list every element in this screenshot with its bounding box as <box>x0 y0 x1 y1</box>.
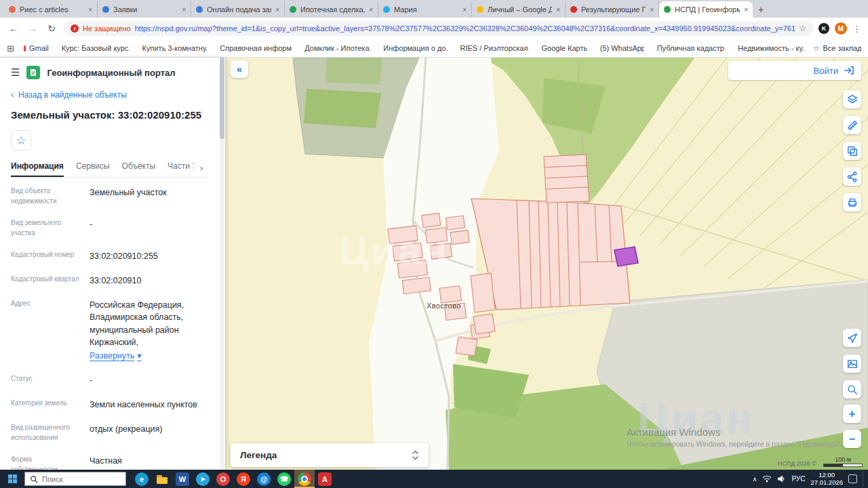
notification-center-icon[interactable] <box>848 474 857 483</box>
bookmark-item[interactable]: Купить 3-комнатну... <box>139 44 208 52</box>
browser-tab[interactable]: Результирующие ПОКР... × <box>566 1 659 18</box>
taskbar-app-yandex[interactable]: Я <box>233 470 254 488</box>
legend-label: Легенда <box>240 450 277 460</box>
profile-avatar[interactable]: M <box>835 22 847 35</box>
tab-information[interactable]: Информация <box>11 161 64 177</box>
bookmark-item[interactable]: Публичная кадастр... <box>654 44 725 52</box>
tab-close-icon[interactable]: × <box>462 6 467 14</box>
zoom-out-button[interactable]: − <box>843 430 861 448</box>
bookmark-item[interactable]: Курс: Базовый курс... <box>58 44 130 52</box>
browser-tab-active[interactable]: НСПД | Геоинформацион... × <box>659 1 753 18</box>
tab-close-icon[interactable]: × <box>182 6 186 14</box>
taskbar-search[interactable] <box>24 472 126 486</box>
taskbar-app-acrobat[interactable]: A <box>315 470 335 488</box>
system-tray: ∧ РУС 12:00 27.01.2026 <box>753 470 868 488</box>
volume-icon[interactable] <box>777 475 786 483</box>
attribute-row: Кадастровый квартал 33:02:020910 <box>11 268 208 293</box>
forward-button[interactable]: → <box>26 23 39 34</box>
legend-panel[interactable]: Легенда <box>231 443 429 467</box>
selected-parcel[interactable] <box>614 247 638 266</box>
place-label: Хвостово <box>427 302 461 310</box>
taskbar-search-input[interactable] <box>42 475 117 483</box>
bookmark-item[interactable]: (5) WhatsApp <box>597 44 644 52</box>
tab-close-icon[interactable]: × <box>744 6 748 14</box>
wifi-icon[interactable] <box>762 475 772 483</box>
language-indicator[interactable]: РУС <box>791 475 805 483</box>
cadastral-map-canvas[interactable] <box>225 58 868 470</box>
show-desktop-button[interactable] <box>863 470 865 488</box>
taskbar-app-chrome-active[interactable] <box>294 470 315 488</box>
login-label: Войти <box>814 66 838 76</box>
bookmark-label: (5) WhatsApp <box>600 44 644 52</box>
all-bookmarks-button[interactable]: ☆Все закладки <box>813 44 861 53</box>
bookmark-item[interactable]: Домклик - Ипотека... <box>301 44 370 52</box>
attribute-row: Вид земельного участка - <box>11 212 208 244</box>
favorite-star-button[interactable]: ☆ <box>11 130 31 150</box>
bookmark-item[interactable]: Gmail <box>24 44 49 52</box>
tabs-scroll-right-icon[interactable]: › <box>195 161 208 174</box>
back-to-results-link[interactable]: ‹ Назад в найденные объекты <box>11 90 208 100</box>
taskbar-app-mail[interactable]: @ <box>254 470 274 488</box>
taskbar-app-word[interactable]: W <box>172 470 193 488</box>
browser-tab[interactable]: Заявки × <box>98 1 191 18</box>
security-warning-icon[interactable]: i <box>71 24 79 33</box>
browser-tab[interactable]: Онлайн подача заявки н... × <box>191 1 285 18</box>
login-button[interactable]: Войти <box>728 61 861 80</box>
taskbar-app-telegram[interactable]: ➤ <box>193 470 213 488</box>
zoom-in-button[interactable]: + <box>843 405 861 423</box>
browser-menu-icon[interactable]: ⋮ <box>852 24 861 34</box>
browser-tab[interactable]: Личный – Google Диск × <box>472 1 566 18</box>
hamburger-menu-icon[interactable]: ☰ <box>11 66 20 79</box>
bookmark-star-icon[interactable]: ☆ <box>799 24 806 33</box>
taskbar-app-edge[interactable]: e <box>132 470 152 488</box>
panorama-tool-button[interactable] <box>843 354 861 373</box>
attribute-row: Вид объекта недвижимости Земельный участ… <box>11 180 208 212</box>
panel-scrollbar[interactable] <box>220 58 224 470</box>
tab-close-icon[interactable]: × <box>275 6 279 14</box>
locate-tool-button[interactable] <box>843 329 861 347</box>
tab-favicon <box>196 6 203 13</box>
tab-close-icon[interactable]: × <box>556 6 560 14</box>
tab-services[interactable]: Сервисы <box>76 161 110 177</box>
tab-close-icon[interactable]: × <box>650 6 654 14</box>
collapse-panel-button[interactable]: « <box>231 60 248 78</box>
taskbar-app-whatsapp[interactable]: ☎ <box>274 470 294 488</box>
tab-close-icon[interactable]: × <box>369 6 373 14</box>
attribute-row: Статус - <box>11 368 208 392</box>
scale-bar: 100 м <box>823 456 863 467</box>
panel-scrollbar-thumb[interactable] <box>220 58 224 139</box>
bookmark-item[interactable]: Недвижимость - ку... <box>734 44 804 52</box>
ruler-tool-button[interactable] <box>843 116 861 134</box>
share-tool-button[interactable] <box>843 167 861 186</box>
kaspersky-extension-icon[interactable]: K <box>818 23 829 34</box>
bookmark-item[interactable]: Справочная информ... <box>216 44 292 52</box>
expand-address-link[interactable]: Развернуть ▾ <box>90 350 142 362</box>
taskbar-app-opera[interactable]: O <box>213 470 233 488</box>
bookmark-label: Публичная кадастр... <box>657 44 725 52</box>
bookmark-item[interactable]: Google Карты <box>538 44 587 52</box>
taskbar-clock[interactable]: 12:00 27.01.2026 <box>810 472 843 487</box>
apps-grid-icon[interactable]: ⊞ <box>7 43 14 54</box>
attribute-value: 33:02:020910:255 <box>90 250 208 262</box>
new-tab-button[interactable]: + <box>753 1 769 18</box>
browser-tab[interactable]: Мария × <box>378 1 472 18</box>
browser-tab[interactable]: Риес с articles × <box>4 1 98 18</box>
tray-expand-icon[interactable]: ∧ <box>753 476 757 483</box>
start-button[interactable] <box>0 470 24 488</box>
taskbar-app-explorer[interactable] <box>152 470 172 488</box>
compare-tool-button[interactable] <box>843 142 861 160</box>
object-search-tool-button[interactable] <box>843 380 861 399</box>
tab-close-icon[interactable]: × <box>88 6 92 14</box>
watermark-faint: Циан <box>339 227 449 274</box>
layers-tool-button[interactable] <box>843 90 861 108</box>
url-field[interactable]: i Не защищено https://nspd.gov.ru/map?th… <box>64 21 813 36</box>
tab-objects[interactable]: Объекты <box>122 161 156 177</box>
legend-expand-icon[interactable] <box>412 449 419 461</box>
back-button[interactable]: ← <box>7 23 20 34</box>
url-text[interactable]: https://nspd.gov.ru/map?theme_id=1&is_co… <box>135 24 795 33</box>
print-tool-button[interactable] <box>843 193 861 211</box>
refresh-button[interactable]: ↻ <box>45 23 58 34</box>
bookmark-item[interactable]: RIES / Риэлторская... <box>457 44 529 52</box>
browser-tab[interactable]: Ипотечная сделка, войт... × <box>285 1 378 18</box>
bookmark-item[interactable]: Информация о до... <box>380 44 447 52</box>
